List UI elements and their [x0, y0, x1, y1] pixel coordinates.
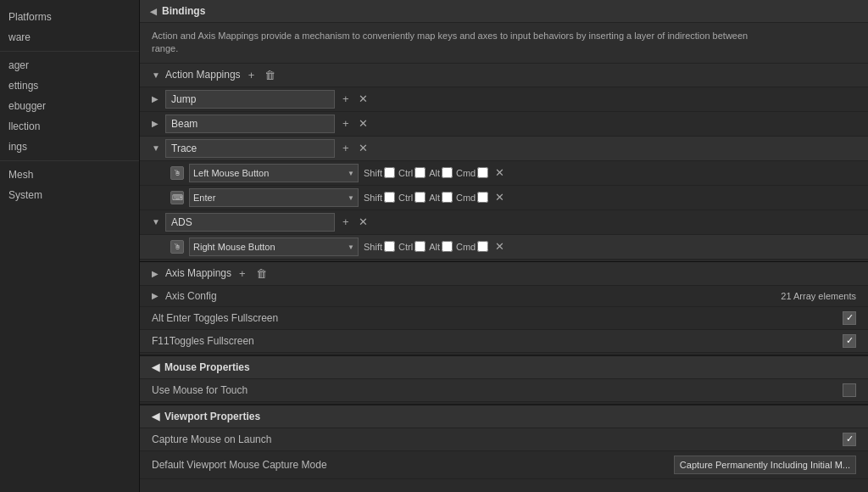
sidebar-item-llection[interactable]: llection — [0, 116, 139, 137]
prop-row-alt-enter: Alt Enter Toggles Fullscreen — [140, 307, 868, 330]
mapping-row-jump: ▶ + ✕ — [140, 87, 868, 112]
use-mouse-value — [843, 383, 856, 397]
beam-expand-icon[interactable]: ▶ — [152, 119, 160, 128]
jump-add-button[interactable]: + — [340, 92, 352, 105]
use-mouse-checkbox[interactable] — [843, 383, 856, 397]
ads-add-button[interactable]: + — [340, 215, 352, 228]
lmb-alt-checkbox[interactable] — [442, 167, 453, 178]
trace-add-button[interactable]: + — [340, 142, 352, 154]
action-mappings-remove-button[interactable]: 🗑 — [262, 69, 278, 81]
bindings-expand-icon[interactable]: ◀ — [150, 7, 157, 16]
lmb-alt-label: Alt — [429, 167, 453, 178]
bindings-description: Action and Axis Mappings provide a mecha… — [140, 23, 868, 64]
axis-mappings-label: Axis Mappings — [165, 267, 231, 279]
rmb-alt-label: Alt — [429, 241, 453, 252]
lmb-key-icon: 🖱 — [170, 166, 184, 180]
beam-name-input[interactable] — [165, 115, 335, 133]
ads-name-input[interactable] — [165, 213, 335, 232]
jump-name-input[interactable] — [165, 90, 335, 109]
sidebar-item-ager[interactable]: ager — [0, 55, 139, 75]
rmb-ctrl-checkbox[interactable] — [415, 241, 426, 252]
mapping-row-trace-enter: ⌨ Enter Left Mouse Button Right Mouse Bu… — [140, 186, 868, 210]
sidebar-item-ware[interactable]: ware — [0, 27, 139, 48]
f11-label: F11Toggles Fullscreen — [152, 335, 843, 347]
lmb-remove-button[interactable]: ✕ — [493, 167, 506, 178]
capture-mouse-value — [843, 433, 856, 446]
sidebar-item-ings[interactable]: ings — [0, 137, 139, 157]
lmb-key-select[interactable]: Left Mouse Button Right Mouse Button Mid… — [189, 164, 359, 182]
axis-config-array-count: 21 Array elements — [781, 291, 856, 301]
mapping-row-ads-rmb: 🖱 Right Mouse Button Left Mouse Button M… — [140, 235, 868, 260]
main-content: ◀ Bindings Action and Axis Mappings prov… — [140, 0, 868, 492]
viewport-properties-title: Viewport Properties — [164, 411, 260, 422]
rmb-alt-checkbox[interactable] — [442, 241, 453, 252]
enter-key-select[interactable]: Enter Left Mouse Button Right Mouse Butt… — [189, 188, 359, 207]
use-mouse-label: Use Mouse for Touch — [152, 384, 843, 396]
rmb-ctrl-label: Ctrl — [398, 241, 426, 252]
f11-checkbox[interactable] — [843, 334, 856, 348]
rmb-shift-label: Shift — [364, 241, 395, 252]
rmb-key-icon: 🖱 — [170, 240, 184, 254]
axis-mappings-add-button[interactable]: + — [236, 267, 248, 280]
f11-value — [843, 334, 856, 348]
rmb-remove-button[interactable]: ✕ — [493, 241, 506, 252]
alt-enter-value — [843, 311, 856, 325]
sidebar-item-ebugger[interactable]: ebugger — [0, 96, 139, 116]
beam-add-button[interactable]: + — [340, 117, 352, 130]
lmb-shift-checkbox[interactable] — [384, 167, 395, 178]
rmb-key-select[interactable]: Right Mouse Button Left Mouse Button Mid… — [189, 238, 359, 256]
sidebar-item-platforms[interactable]: Platforms — [0, 7, 139, 27]
action-mappings-expand-icon[interactable]: ▼ — [152, 70, 160, 80]
ads-expand-icon[interactable]: ▼ — [152, 217, 160, 226]
prop-row-capture-mode: Default Viewport Mouse Capture Mode Capt… — [140, 451, 868, 479]
jump-remove-button[interactable]: ✕ — [357, 93, 370, 104]
mapping-row-trace: ▼ + ✕ — [140, 137, 868, 161]
action-mappings-add-button[interactable]: + — [246, 69, 258, 81]
capture-mode-label: Default Viewport Mouse Capture Mode — [152, 459, 674, 471]
rmb-cmd-label: Cmd — [456, 241, 488, 252]
enter-ctrl-checkbox[interactable] — [415, 192, 426, 203]
viewport-properties-header: ◀ Viewport Properties — [140, 404, 868, 428]
sidebar-item-ettings[interactable]: ettings — [0, 75, 139, 96]
axis-config-row: ▶ Axis Config 21 Array elements — [140, 286, 868, 307]
viewport-props-expand-icon[interactable]: ◀ — [152, 411, 159, 422]
bindings-section-header: ◀ Bindings — [140, 0, 868, 23]
action-mappings-label: Action Mappings — [165, 69, 241, 81]
trace-name-input[interactable] — [165, 139, 335, 158]
sidebar-item-mesh[interactable]: Mesh — [0, 165, 139, 185]
sidebar-item-system[interactable]: System — [0, 185, 139, 205]
enter-alt-checkbox[interactable] — [442, 192, 453, 203]
enter-shift-checkbox[interactable] — [384, 192, 395, 203]
axis-mappings-header: ▶ Axis Mappings + 🗑 — [140, 261, 868, 286]
axis-mappings-remove-button[interactable]: 🗑 — [253, 267, 270, 280]
axis-mappings-expand-icon[interactable]: ▶ — [152, 269, 160, 278]
lmb-shift-label: Shift — [364, 167, 395, 178]
enter-shift-label: Shift — [364, 192, 395, 203]
enter-cmd-checkbox[interactable] — [477, 192, 488, 203]
capture-mode-value: Capture Permanently Including Initial M.… — [674, 456, 856, 474]
lmb-cmd-checkbox[interactable] — [477, 167, 488, 178]
prop-row-use-mouse: Use Mouse for Touch — [140, 379, 868, 402]
mapping-row-trace-lmb: 🖱 Left Mouse Button Right Mouse Button M… — [140, 161, 868, 186]
jump-expand-icon[interactable]: ▶ — [152, 94, 160, 103]
enter-remove-button[interactable]: ✕ — [493, 192, 506, 203]
axis-config-expand-icon[interactable]: ▶ — [152, 291, 160, 300]
mouse-props-expand-icon[interactable]: ◀ — [152, 361, 159, 373]
lmb-ctrl-checkbox[interactable] — [415, 167, 426, 178]
alt-enter-checkbox[interactable] — [843, 311, 856, 325]
capture-mouse-label: Capture Mouse on Launch — [152, 433, 843, 445]
enter-key-icon: ⌨ — [170, 191, 184, 204]
rmb-modifiers: Shift Ctrl Alt Cmd — [364, 241, 488, 252]
mapping-row-beam: ▶ + ✕ — [140, 112, 868, 137]
rmb-cmd-checkbox[interactable] — [477, 241, 488, 252]
rmb-shift-checkbox[interactable] — [384, 241, 395, 252]
prop-row-capture-mouse: Capture Mouse on Launch — [140, 428, 868, 451]
capture-mouse-checkbox[interactable] — [843, 433, 856, 446]
action-mappings-header: ▼ Action Mappings + 🗑 — [140, 64, 868, 87]
alt-enter-label: Alt Enter Toggles Fullscreen — [152, 312, 843, 324]
trace-remove-button[interactable]: ✕ — [357, 143, 370, 154]
ads-remove-button[interactable]: ✕ — [357, 216, 370, 227]
beam-remove-button[interactable]: ✕ — [357, 118, 370, 129]
capture-mode-dropdown[interactable]: Capture Permanently Including Initial M.… — [674, 456, 856, 474]
trace-expand-icon[interactable]: ▼ — [152, 143, 160, 153]
